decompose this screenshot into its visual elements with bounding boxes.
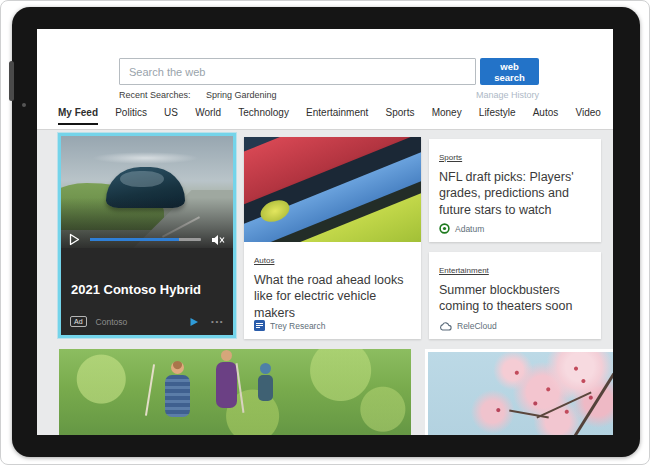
video-ad-title: 2021 Contoso Hybrid xyxy=(71,282,201,297)
hill-shape xyxy=(61,183,164,230)
cars-photo xyxy=(244,137,421,242)
trey-research-logo xyxy=(254,320,265,331)
recent-searches-row: Recent Searches: Spring Gardening xyxy=(119,90,277,100)
tablet-screen: web search Recent Searches: Spring Garde… xyxy=(37,29,613,435)
nav-tab-autos[interactable]: Autos xyxy=(533,107,559,125)
category-link-entertainment[interactable]: Entertainment xyxy=(439,266,489,275)
nav-tab-sports[interactable]: Sports xyxy=(386,107,415,125)
article-headline[interactable]: What the road ahead looks like for elect… xyxy=(254,272,411,321)
source-name: Adatum xyxy=(455,224,484,234)
video-controls xyxy=(61,233,233,246)
feed-nav: My Feed Politics US World Technology Ent… xyxy=(37,107,613,125)
nav-tab-politics[interactable]: Politics xyxy=(115,107,147,125)
photo-card-blossoms[interactable] xyxy=(425,349,613,435)
nav-tab-money[interactable]: Money xyxy=(432,107,462,125)
branch-shape xyxy=(573,364,613,435)
muted-speaker-icon xyxy=(211,234,225,246)
hiker-figure xyxy=(165,361,190,417)
article-body: Entertainment Summer blockbusters coming… xyxy=(429,252,601,315)
video-ad-card[interactable]: 2021 Contoso Hybrid Ad Contoso ••• xyxy=(58,133,236,338)
advertiser-name: Contoso xyxy=(96,317,128,327)
manage-history-link[interactable]: Manage History xyxy=(476,90,539,100)
nav-tab-world[interactable]: World xyxy=(195,107,221,125)
play-small-icon xyxy=(189,317,199,327)
hiker-figure xyxy=(258,363,273,401)
relecloud-logo xyxy=(439,322,452,331)
camera-icon xyxy=(22,103,26,107)
play-icon xyxy=(69,233,80,246)
article-card-sports[interactable]: Sports NFL draft picks: Players' grades,… xyxy=(429,139,601,242)
search-input[interactable] xyxy=(119,58,476,85)
video-ad-footer: Ad Contoso ••• xyxy=(61,308,233,335)
car-illustration xyxy=(106,167,185,207)
nav-tab-video[interactable]: Video xyxy=(575,107,600,125)
category-link-sports[interactable]: Sports xyxy=(439,153,462,162)
cloud-shape xyxy=(92,152,199,164)
tablet-frame: web search Recent Searches: Spring Garde… xyxy=(12,7,640,457)
video-play-button[interactable] xyxy=(69,233,80,246)
article-card-entertainment[interactable]: Entertainment Summer blockbusters coming… xyxy=(429,252,601,339)
article-source: ReleCloud xyxy=(439,321,497,331)
nav-tab-technology[interactable]: Technology xyxy=(238,107,289,125)
screenshot-canvas: web search Recent Searches: Spring Garde… xyxy=(0,0,650,465)
hiking-stick-shape xyxy=(145,365,155,417)
photo-card-hiking[interactable] xyxy=(59,349,411,435)
source-name: ReleCloud xyxy=(457,321,497,331)
article-headline[interactable]: Summer blockbusters coming to theaters s… xyxy=(439,282,591,315)
tablet-side-button xyxy=(9,61,14,101)
source-name: Trey Research xyxy=(270,321,325,331)
recent-search-item[interactable]: Spring Gardening xyxy=(206,90,277,100)
web-search-button[interactable]: web search xyxy=(480,58,539,85)
feed-section: 2021 Contoso Hybrid Ad Contoso ••• xyxy=(37,129,613,435)
video-progress-bar[interactable] xyxy=(90,238,201,241)
video-progress-fill xyxy=(90,238,179,241)
nav-tab-entertainment[interactable]: Entertainment xyxy=(306,107,368,125)
nav-tab-us[interactable]: US xyxy=(164,107,178,125)
video-mute-button[interactable] xyxy=(211,234,225,246)
nav-tab-my-feed[interactable]: My Feed xyxy=(58,107,98,125)
ad-badge: Ad xyxy=(70,316,87,327)
article-card-autos[interactable]: Autos What the road ahead looks like for… xyxy=(244,137,421,339)
article-source: Trey Research xyxy=(254,320,325,331)
nav-tab-lifestyle[interactable]: Lifestyle xyxy=(479,107,516,125)
article-body: Sports NFL draft picks: Players' grades,… xyxy=(429,139,601,218)
article-body: Autos What the road ahead looks like for… xyxy=(244,242,421,321)
adatum-logo xyxy=(439,223,450,234)
article-headline[interactable]: NFL draft picks: Players' grades, predic… xyxy=(439,169,591,218)
more-options-button[interactable]: ••• xyxy=(211,317,224,326)
recent-searches-label: Recent Searches: xyxy=(119,90,191,100)
article-source: Adatum xyxy=(439,223,484,234)
category-link-autos[interactable]: Autos xyxy=(254,256,274,265)
hiker-figure xyxy=(216,350,237,408)
video-thumbnail xyxy=(61,136,233,248)
video-footer-play-button[interactable] xyxy=(189,317,199,327)
